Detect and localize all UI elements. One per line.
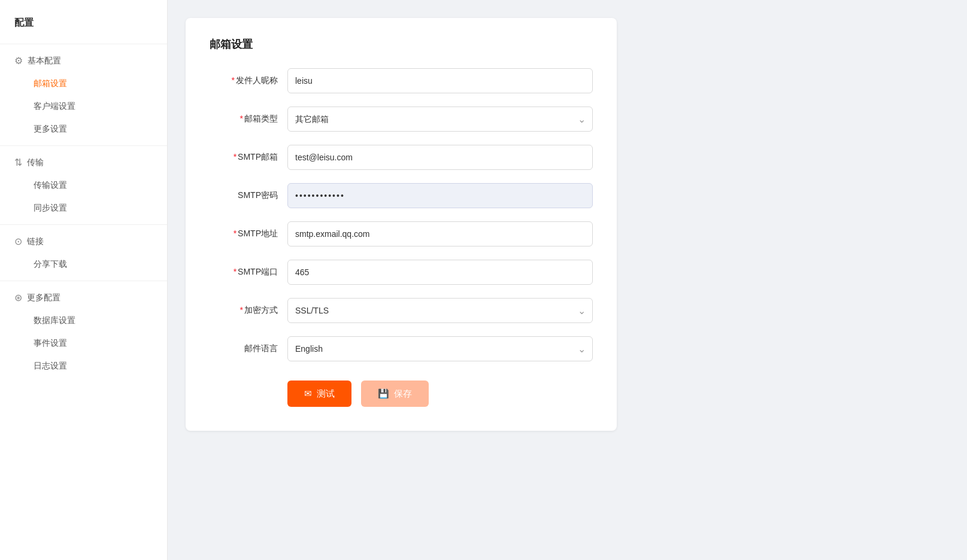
select-wrapper-encrypt: SSL/TLS STARTTLS None [287,298,593,323]
sidebar-top-divider [0,44,167,44]
sidebar-section-links: ⊙ 链接 分享下载 [0,230,167,276]
form-row-email-language: 邮件语言 English 中文 日本語 [210,336,593,361]
form-row-email-type: *邮箱类型 其它邮箱 QQ邮箱 163邮箱 Gmail Outlook [210,106,593,132]
control-smtp-email [287,145,593,170]
sidebar-section-label-more-config: 更多配置 [27,293,60,303]
gear-icon: ⚙ [14,55,23,66]
required-star-2: * [240,114,243,123]
sidebar-section-header-basic: ⚙ 基本配置 [0,49,167,72]
sidebar-divider-3 [0,281,167,281]
sidebar-section-basic: ⚙ 基本配置 邮箱设置 客户端设置 更多设置 [0,49,167,141]
form-row-smtp-password: SMTP密码 [210,183,593,208]
shield-icon: ⊛ [14,292,22,303]
input-smtp-address[interactable] [287,221,593,246]
label-email-type: *邮箱类型 [210,114,287,124]
form-title: 邮箱设置 [210,37,593,51]
sidebar-top-title: 配置 [0,12,167,39]
label-sender-name: *发件人昵称 [210,75,287,86]
control-encrypt-method: SSL/TLS STARTTLS None [287,298,593,323]
email-settings-form: 邮箱设置 *发件人昵称 *邮箱类型 其它邮箱 QQ邮箱 163邮箱 [186,18,617,431]
input-smtp-port[interactable] [287,260,593,285]
label-smtp-email: *SMTP邮箱 [210,152,287,163]
main-content: 邮箱设置 *发件人昵称 *邮箱类型 其它邮箱 QQ邮箱 163邮箱 [168,0,967,560]
required-star-5: * [234,267,237,276]
sidebar-section-label-links: 链接 [27,236,44,247]
sidebar-item-log-settings[interactable]: 日志设置 [5,355,162,378]
save-icon: 💾 [378,388,389,399]
sidebar-section-header-links: ⊙ 链接 [0,230,167,253]
sidebar-section-header-more-config: ⊛ 更多配置 [0,286,167,309]
sidebar-item-transfer-settings[interactable]: 传输设置 [5,174,162,197]
sidebar-item-more-settings[interactable]: 更多设置 [5,118,162,141]
control-smtp-password [287,183,593,208]
form-row-sender-name: *发件人昵称 [210,68,593,93]
transfer-icon: ⇅ [14,157,22,168]
required-star-3: * [234,152,237,162]
sidebar-divider-1 [0,145,167,146]
sidebar-section-header-transfer: ⇅ 传输 [0,151,167,174]
form-row-smtp-port: *SMTP端口 [210,260,593,285]
required-star: * [232,75,235,85]
select-email-language[interactable]: English 中文 日本語 [287,336,593,361]
form-row-smtp-email: *SMTP邮箱 [210,145,593,170]
sidebar-section-more-config: ⊛ 更多配置 数据库设置 事件设置 日志设置 [0,286,167,378]
form-row-encrypt-method: *加密方式 SSL/TLS STARTTLS None [210,298,593,323]
form-actions: ✉ 测试 💾 保存 [210,381,593,407]
select-email-type[interactable]: 其它邮箱 QQ邮箱 163邮箱 Gmail Outlook [287,106,593,132]
input-smtp-password[interactable] [287,183,593,208]
sidebar-item-share-download[interactable]: 分享下载 [5,253,162,276]
sidebar-item-event-settings[interactable]: 事件设置 [5,332,162,355]
label-smtp-password: SMTP密码 [210,190,287,201]
label-smtp-port: *SMTP端口 [210,267,287,278]
control-sender-name [287,68,593,93]
sidebar-section-label-basic: 基本配置 [28,56,61,66]
sidebar-section-transfer: ⇅ 传输 传输设置 同步设置 [0,151,167,220]
sidebar-item-email-settings[interactable]: 邮箱设置 [5,72,162,95]
save-button[interactable]: 💾 保存 [361,381,429,407]
sidebar-item-db-settings[interactable]: 数据库设置 [5,309,162,332]
control-smtp-port [287,260,593,285]
select-wrapper-language: English 中文 日本語 [287,336,593,361]
test-button[interactable]: ✉ 测试 [287,381,351,407]
input-smtp-email[interactable] [287,145,593,170]
required-star-4: * [234,229,237,238]
sidebar-divider-2 [0,224,167,225]
label-email-language: 邮件语言 [210,343,287,354]
test-button-label: 测试 [317,388,335,400]
save-button-label: 保存 [394,388,412,400]
control-email-language: English 中文 日本語 [287,336,593,361]
control-email-type: 其它邮箱 QQ邮箱 163邮箱 Gmail Outlook [287,106,593,132]
label-encrypt-method: *加密方式 [210,305,287,316]
sidebar: 配置 ⚙ 基本配置 邮箱设置 客户端设置 更多设置 ⇅ 传输 传输设置 同步设置… [0,0,168,560]
input-sender-name[interactable] [287,68,593,93]
form-row-smtp-address: *SMTP地址 [210,221,593,246]
required-star-6: * [240,305,243,315]
test-icon: ✉ [304,388,312,399]
select-wrapper-email-type: 其它邮箱 QQ邮箱 163邮箱 Gmail Outlook [287,106,593,132]
sidebar-item-client-settings[interactable]: 客户端设置 [5,95,162,118]
sidebar-item-sync-settings[interactable]: 同步设置 [5,197,162,220]
sidebar-section-label-transfer: 传输 [27,157,44,168]
link-icon: ⊙ [14,236,22,247]
label-smtp-address: *SMTP地址 [210,229,287,239]
control-smtp-address [287,221,593,246]
select-encrypt-method[interactable]: SSL/TLS STARTTLS None [287,298,593,323]
